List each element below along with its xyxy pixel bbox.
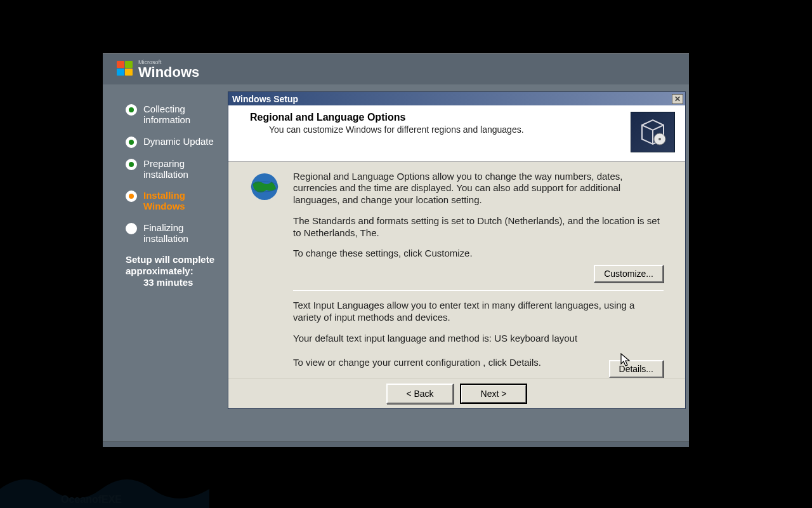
- step-dynamic-update: Dynamic Update: [126, 136, 228, 148]
- globe-icon: [250, 172, 279, 201]
- dialog-header: Regional and Language Options You can cu…: [228, 105, 685, 162]
- step-label: Finalizing installation: [143, 222, 228, 244]
- svg-point-1: [658, 138, 661, 140]
- dialog-heading: Regional and Language Options: [250, 112, 631, 123]
- radio-pending-icon: [126, 223, 137, 234]
- close-icon: ✕: [674, 95, 681, 104]
- watermark-text: OceanofEXE: [61, 494, 122, 505]
- step-label: Installing Windows: [143, 190, 228, 212]
- radio-done-icon: [126, 104, 137, 116]
- nav-buttons: < Back Next >: [228, 378, 685, 408]
- brand-big: Windows: [138, 64, 199, 80]
- para-text-input: Text Input Languages allow you to enter …: [293, 300, 664, 324]
- complete-line2: approximately:: [126, 265, 228, 277]
- customize-button[interactable]: Customize...: [594, 265, 664, 283]
- watermark: OceanofEXE: [0, 444, 209, 508]
- step-label: Preparing installation: [143, 158, 228, 180]
- para-default-input: Your default text input language and met…: [293, 333, 664, 345]
- step-collecting: Collecting information: [126, 104, 228, 126]
- sidebar: Collecting information Dynamic Update Pr…: [103, 84, 228, 441]
- installer-window: Microsoft Windows Collecting information…: [103, 53, 689, 446]
- step-label: Dynamic Update: [143, 136, 214, 147]
- step-finalizing: Finalizing installation: [126, 222, 228, 244]
- setup-dialog: Windows Setup ✕ Regional and Language Op…: [228, 91, 686, 409]
- step-label: Collecting information: [143, 104, 228, 126]
- package-icon: [631, 112, 675, 152]
- dialog-title: Windows Setup: [232, 94, 298, 104]
- radio-done-icon: [126, 137, 137, 148]
- step-preparing: Preparing installation: [126, 158, 228, 180]
- back-button[interactable]: < Back: [386, 384, 454, 404]
- radio-done-icon: [126, 159, 137, 170]
- windows-flag-icon: [117, 61, 134, 77]
- dialog-titlebar[interactable]: Windows Setup ✕: [228, 92, 685, 105]
- para-standards: The Standards and formats setting is set…: [293, 215, 664, 239]
- details-button[interactable]: Details...: [609, 360, 664, 378]
- dialog-subheading: You can customize Windows for different …: [250, 124, 631, 135]
- step-installing: Installing Windows: [126, 190, 228, 212]
- radio-current-icon: [126, 190, 137, 202]
- header-bar: Microsoft Windows: [103, 54, 689, 84]
- complete-minutes: 33 minutes: [126, 277, 228, 288]
- para-intro: Regional and Language Options allow you …: [293, 171, 664, 206]
- separator: [293, 290, 664, 291]
- close-button[interactable]: ✕: [672, 94, 683, 104]
- dialog-body: Regional and Language Options allow you …: [228, 162, 685, 378]
- time-remaining: Setup will complete approximately: 33 mi…: [126, 254, 228, 288]
- header-text: Microsoft Windows: [138, 60, 199, 79]
- para-customize-hint: To change these settings, click Customiz…: [293, 248, 664, 260]
- complete-line1: Setup will complete: [126, 254, 214, 265]
- next-button[interactable]: Next >: [460, 384, 527, 404]
